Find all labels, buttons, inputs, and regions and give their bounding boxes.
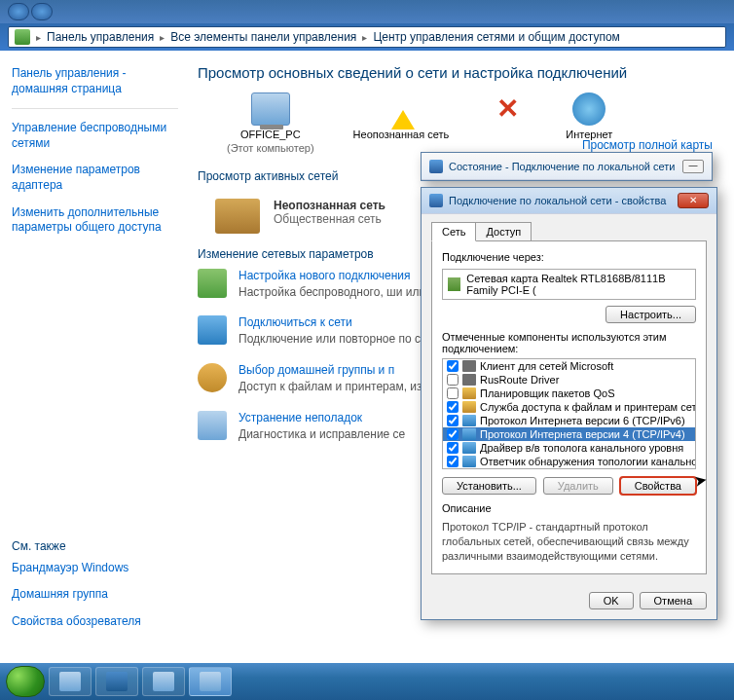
start-button[interactable] — [6, 666, 45, 697]
properties-button[interactable]: Свойства — [620, 477, 696, 495]
component-row[interactable]: Протокол Интернета версии 6 (TCP/IPv6) — [443, 414, 695, 427]
computer-icon — [251, 92, 290, 126]
task-icon — [198, 363, 227, 392]
components-label: Отмеченные компоненты используются этим … — [442, 331, 696, 354]
node-unidentified[interactable]: Неопознанная сеть — [353, 92, 450, 141]
page-title: Просмотр основных сведений о сети и наст… — [198, 64, 716, 81]
component-label: Протокол Интернета версии 6 (TCP/IPv6) — [480, 415, 685, 426]
sidebar-related-link[interactable]: Домашняя группа — [12, 587, 178, 603]
description-heading: Описание — [442, 502, 696, 514]
node-this-pc[interactable]: OFFICE_PC (Этот компьютер) — [227, 92, 314, 156]
sidebar-related-link[interactable]: Брандмауэр Windows — [12, 561, 178, 576]
component-icon — [462, 415, 476, 426]
connect-using-label: Подключение через: — [442, 251, 696, 263]
components-listbox[interactable]: Клиент для сетей MicrosoftRusRoute Drive… — [442, 358, 696, 469]
component-icon — [462, 374, 476, 386]
component-label: Служба доступа к файлам и принтерам сете… — [480, 401, 696, 413]
install-button[interactable]: Установить... — [442, 477, 536, 495]
sidebar-link[interactable]: Изменить дополнительные параметры общего… — [12, 205, 178, 236]
help-button[interactable]: ― — [682, 160, 704, 173]
shield-icon — [429, 160, 443, 173]
component-row[interactable]: RusRoute Driver — [443, 373, 695, 387]
component-checkbox[interactable] — [447, 442, 459, 454]
taskbar-item-active[interactable] — [189, 667, 232, 696]
separator — [12, 108, 178, 109]
node-label: OFFICE_PC — [227, 128, 314, 141]
component-label: Клиент для сетей Microsoft — [480, 360, 613, 372]
component-row[interactable]: Протокол Интернета версии 4 (TCP/IPv4) — [443, 427, 695, 441]
tab-network[interactable]: Сеть — [431, 222, 476, 241]
component-icon — [462, 401, 476, 413]
globe-icon — [572, 92, 606, 126]
task-icon — [198, 315, 227, 345]
taskbar-item[interactable] — [142, 667, 185, 696]
component-checkbox[interactable] — [447, 360, 459, 372]
close-button[interactable]: ✕ — [678, 193, 709, 208]
properties-dialog: Подключение по локальной сети - свойства… — [421, 187, 717, 620]
component-checkbox[interactable] — [447, 415, 459, 426]
component-row[interactable]: Ответчик обнаружения топологии канальног… — [443, 455, 695, 468]
tab-strip: Сеть Доступ — [431, 222, 707, 241]
description-text: Протокол TCP/IP - стандартный протокол г… — [442, 520, 696, 564]
breadcrumb-bar[interactable]: ▸ Панель управления ▸ Все элементы панел… — [8, 26, 726, 48]
node-disconnected: ✕ — [488, 92, 527, 128]
dialog-titlebar[interactable]: Состояние - Подключение по локальной сет… — [422, 153, 712, 180]
dialog-footer: OK Отмена — [422, 584, 716, 619]
task-description: Диагностика и исправление се — [239, 426, 405, 443]
component-icon — [462, 428, 476, 440]
bench-icon — [215, 199, 260, 234]
address-bar: ▸ Панель управления ▸ Все элементы панел… — [0, 23, 734, 51]
taskbar-item[interactable] — [95, 667, 138, 696]
tab-content: Подключение через: Сетевая карта Realtek… — [431, 240, 707, 574]
component-checkbox[interactable] — [447, 456, 459, 467]
status-dialog: Состояние - Подключение по локальной сет… — [421, 152, 713, 181]
network-type: Общественная сеть — [274, 212, 385, 226]
component-row[interactable]: Планировщик пакетов QoS — [443, 387, 695, 400]
component-icon — [462, 360, 476, 372]
shield-icon — [429, 194, 443, 207]
dialog-title: Подключение по локальной сети - свойства — [449, 195, 678, 206]
component-icon — [462, 442, 476, 454]
nav-forward-button[interactable] — [31, 3, 53, 20]
component-checkbox[interactable] — [447, 428, 459, 440]
configure-button[interactable]: Настроить... — [606, 306, 696, 323]
component-checkbox[interactable] — [447, 387, 459, 399]
dialog-titlebar[interactable]: Подключение по локальной сети - свойства… — [422, 188, 716, 214]
component-row[interactable]: Драйвер в/в тополога канального уровня — [443, 441, 695, 455]
sidebar-link[interactable]: Изменение параметров адаптера — [12, 163, 178, 193]
x-icon: ✕ — [488, 92, 527, 126]
component-icon — [462, 456, 476, 467]
component-checkbox[interactable] — [447, 401, 459, 413]
window-titlebar — [0, 0, 734, 23]
full-map-link[interactable]: Просмотр полной карты — [582, 138, 713, 152]
cancel-button[interactable]: Отмена — [640, 592, 707, 609]
taskbar — [0, 663, 734, 700]
adapter-name: Сетевая карта Realtek RTL8168B/8111B Fam… — [466, 273, 690, 296]
tab-access[interactable]: Доступ — [475, 222, 532, 241]
task-link[interactable]: Устранение неполадок — [239, 411, 405, 424]
dialog-title: Состояние - Подключение по локальной сет… — [449, 161, 679, 172]
taskbar-item[interactable] — [49, 667, 92, 696]
component-label: Протокол Интернета версии 4 (TCP/IPv4) — [480, 428, 685, 440]
chevron-right-icon: ▸ — [36, 32, 41, 43]
sidebar-related-link[interactable]: Свойства обозревателя — [12, 614, 178, 630]
component-checkbox[interactable] — [447, 374, 459, 386]
component-label: Драйвер в/в тополога канального уровня — [480, 442, 683, 454]
component-row[interactable]: Служба доступа к файлам и принтерам сете… — [443, 400, 695, 414]
ok-button[interactable]: OK — [589, 592, 634, 609]
chevron-right-icon: ▸ — [160, 32, 165, 43]
remove-button: Удалить — [543, 477, 613, 495]
breadcrumb-item[interactable]: Центр управления сетями и общим доступом — [373, 30, 620, 44]
node-sublabel: (Этот компьютер) — [227, 141, 314, 155]
nav-back-button[interactable] — [8, 3, 29, 20]
component-label: Планировщик пакетов QoS — [480, 387, 615, 399]
breadcrumb-item[interactable]: Панель управления — [47, 30, 154, 44]
breadcrumb-item[interactable]: Все элементы панели управления — [170, 30, 356, 44]
sidebar-link[interactable]: Управление беспроводными сетями — [12, 121, 178, 151]
sidebar: Панель управления - домашняя страница Уп… — [0, 51, 190, 674]
component-row[interactable]: Клиент для сетей Microsoft — [443, 359, 695, 373]
node-internet[interactable]: Интернет — [566, 92, 612, 141]
sidebar-home-link[interactable]: Панель управления - домашняя страница — [12, 66, 178, 96]
adapter-field[interactable]: Сетевая карта Realtek RTL8168B/8111B Fam… — [442, 269, 696, 300]
network-name: Неопознанная сеть — [274, 199, 385, 212]
